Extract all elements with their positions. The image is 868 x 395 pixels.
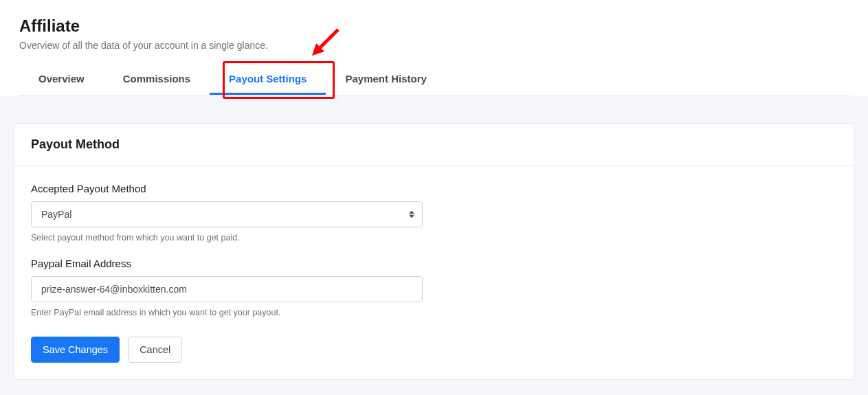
paypal-email-label: Paypal Email Address xyxy=(31,258,423,269)
payout-method-label: Accepted Payout Method xyxy=(31,183,423,194)
tab-overview[interactable]: Overview xyxy=(19,65,104,95)
cancel-button[interactable]: Cancel xyxy=(128,337,182,363)
tab-payment-history[interactable]: Payment History xyxy=(326,65,445,95)
tabs-nav: Overview Commissions Payout Settings Pay… xyxy=(19,65,849,95)
paypal-email-input[interactable] xyxy=(31,276,423,302)
payout-method-card: Payout Method Accepted Payout Method Pay… xyxy=(14,123,854,380)
paypal-email-help: Enter PayPal email address in which you … xyxy=(31,308,423,317)
save-button[interactable]: Save Changes xyxy=(31,337,120,363)
page-subtitle: Overview of all the data of your account… xyxy=(19,40,849,51)
page-title: Affiliate xyxy=(19,16,849,36)
card-title: Payout Method xyxy=(31,137,837,152)
tab-commissions[interactable]: Commissions xyxy=(104,65,210,95)
payout-method-help: Select payout method from which you want… xyxy=(31,233,423,242)
tab-payout-settings[interactable]: Payout Settings xyxy=(210,65,326,95)
payout-method-select[interactable]: PayPal xyxy=(31,201,423,227)
